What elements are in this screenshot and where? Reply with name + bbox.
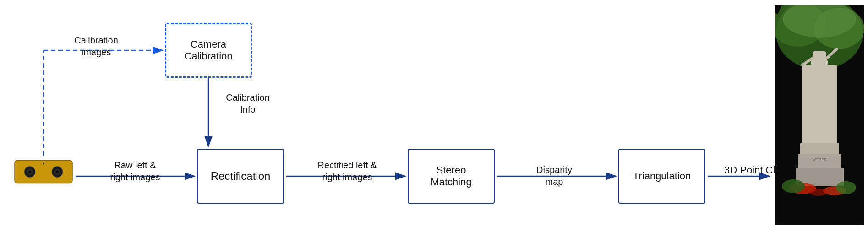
- rectification-label: Rectification: [211, 170, 271, 183]
- svg-point-16: [43, 163, 44, 165]
- svg-point-33: [782, 179, 805, 193]
- svg-rect-27: [813, 51, 826, 76]
- statue-image-svg: WEBER: [775, 5, 864, 225]
- svg-point-12: [28, 171, 31, 173]
- raw-images-label: Raw left &right images: [85, 159, 186, 183]
- stereo-matching-box: StereoMatching: [408, 149, 495, 204]
- camera-icon: [14, 156, 73, 188]
- svg-point-32: [809, 189, 828, 196]
- rectified-images-label: Rectified left &right images: [292, 159, 402, 183]
- point-cloud-image: WEBER: [775, 5, 864, 225]
- camera-calibration-box: CameraCalibration: [165, 23, 252, 78]
- stereo-camera: [14, 156, 73, 188]
- svg-rect-24: [798, 154, 841, 170]
- svg-point-15: [56, 171, 59, 173]
- disparity-map-label: Disparitymap: [504, 164, 605, 188]
- svg-point-34: [836, 181, 856, 194]
- triangulation-box: Triangulation: [618, 149, 705, 204]
- rectification-box: Rectification: [197, 149, 284, 204]
- calibration-images-label: Calibrationimages: [50, 34, 142, 58]
- camera-calibration-label: CameraCalibration: [184, 38, 232, 62]
- triangulation-label: Triangulation: [633, 170, 691, 182]
- calibration-info-label: CalibrationInfo: [213, 92, 282, 115]
- diagram-container: CameraCalibration Rectification StereoMa…: [0, 0, 868, 232]
- stereo-matching-label: StereoMatching: [431, 164, 471, 188]
- svg-text:WEBER: WEBER: [812, 157, 827, 162]
